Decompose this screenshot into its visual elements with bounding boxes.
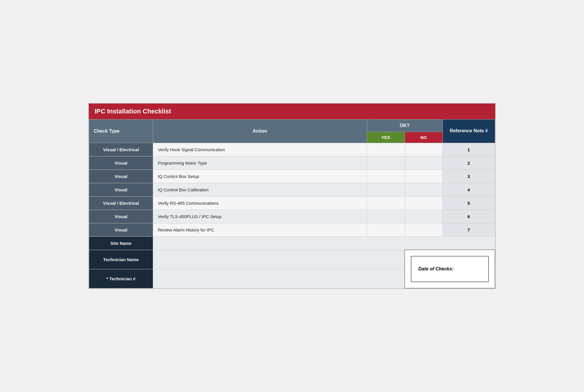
table-row: Visual IQ Control Box Calibration 4 (89, 183, 495, 196)
ref-cell: 5 (443, 196, 495, 210)
check-type-cell: Visual (89, 223, 153, 236)
site-name-row: Site Name (89, 236, 495, 250)
check-type-cell: Visual / Electrical (89, 196, 153, 210)
action-cell: Programming Motor Type (153, 156, 367, 170)
no-cell[interactable] (405, 223, 443, 236)
date-of-checks: Date of Checks: (411, 256, 489, 282)
check-type-cell: Visual (89, 170, 153, 183)
no-cell[interactable] (405, 170, 443, 183)
technician-name-value[interactable] (153, 250, 405, 269)
no-cell[interactable] (405, 183, 443, 196)
check-type-header: Check Type (89, 119, 153, 143)
ref-cell: 1 (443, 143, 495, 156)
action-cell: Verify RS-485 Communications (153, 196, 367, 210)
technician-name-row: Technician Name Date of Checks: (89, 250, 495, 269)
table-row: Visual Verify TLS-450PLUS / IPC Setup 6 (89, 210, 495, 223)
ref-cell: 2 (443, 156, 495, 170)
ref-cell: 4 (443, 183, 495, 196)
table-row: Visual / Electrical Verify RS-485 Commun… (89, 196, 495, 210)
check-type-cell: Visual (89, 183, 153, 196)
table-row: Visual Programming Motor Type 2 (89, 156, 495, 170)
table-row: Visual / Electrical Verify Hook Signal C… (89, 143, 495, 156)
technician-name-label: Technician Name (89, 250, 153, 269)
checklist-container: IPC Installation Checklist Check Type Ac… (88, 103, 496, 289)
action-cell: Verify TLS-450PLUS / IPC Setup (153, 210, 367, 223)
action-cell: IQ Control Box Calibration (153, 183, 367, 196)
ref-cell: 3 (443, 170, 495, 183)
no-cell[interactable] (405, 143, 443, 156)
check-type-cell: Visual (89, 156, 153, 170)
no-header: NO (405, 132, 443, 143)
site-name-value[interactable] (153, 236, 495, 250)
technician-num-label: * Technician # (89, 269, 153, 288)
yes-cell[interactable] (367, 143, 405, 156)
yes-cell[interactable] (367, 170, 405, 183)
title-text: IPC Installation Checklist (95, 108, 171, 115)
header-row-top: Check Type Action OK? Reference Note # (89, 119, 495, 132)
date-box: Date of Checks: (405, 250, 495, 288)
no-cell[interactable] (405, 156, 443, 170)
yes-cell[interactable] (367, 196, 405, 210)
ref-cell: 6 (443, 210, 495, 223)
action-header: Action (153, 119, 367, 143)
title-bar: IPC Installation Checklist (89, 104, 495, 119)
table-row: Visual Review Alarm History for IPC 7 (89, 223, 495, 236)
action-cell: Verify Hook Signal Communication (153, 143, 367, 156)
site-name-label: Site Name (89, 236, 153, 250)
check-type-cell: Visual / Electrical (89, 143, 153, 156)
no-cell[interactable] (405, 196, 443, 210)
action-cell: IQ Control Box Setup (153, 170, 367, 183)
ref-header: Reference Note # (443, 119, 495, 143)
technician-num-value[interactable] (153, 269, 405, 288)
check-type-cell: Visual (89, 210, 153, 223)
yes-header: YES (367, 132, 405, 143)
ref-cell: 7 (443, 223, 495, 236)
yes-cell[interactable] (367, 210, 405, 223)
table-body: Visual / Electrical Verify Hook Signal C… (89, 143, 495, 288)
yes-cell[interactable] (367, 223, 405, 236)
yes-cell[interactable] (367, 183, 405, 196)
ok-header: OK? (367, 119, 443, 132)
yes-cell[interactable] (367, 156, 405, 170)
action-cell: Review Alarm History for IPC (153, 223, 367, 236)
no-cell[interactable] (405, 210, 443, 223)
table-row: Visual IQ Control Box Setup 3 (89, 170, 495, 183)
